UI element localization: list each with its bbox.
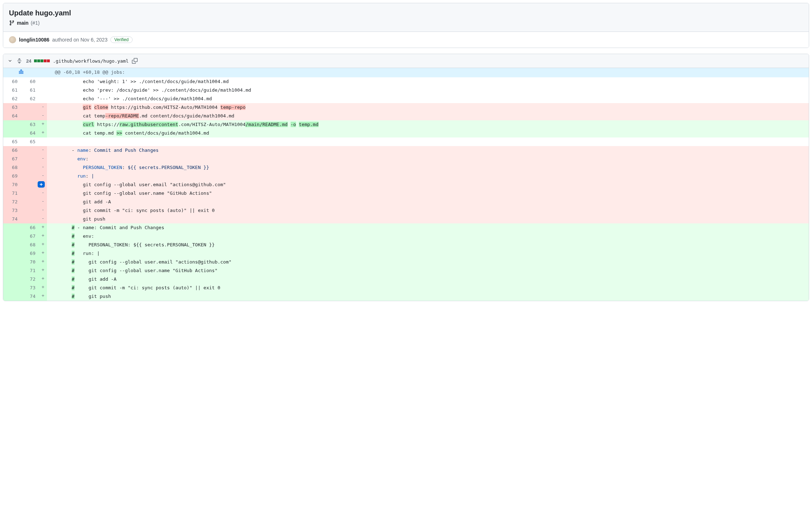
code-content[interactable]: cat temp-repo/README.md content/docs/gui… [47, 112, 809, 120]
line-number-right[interactable]: 60 [21, 77, 39, 86]
code-content[interactable] [47, 137, 809, 146]
line-number-left[interactable]: 65 [3, 137, 21, 146]
diff-marker: - [39, 172, 47, 180]
diff-marker: + [39, 292, 47, 301]
line-number-right[interactable] [21, 163, 39, 172]
git-branch-icon [9, 20, 15, 26]
avatar[interactable] [9, 36, 16, 43]
line-number-left[interactable]: 63 [3, 103, 21, 112]
diff-marker: + [39, 284, 47, 292]
expand-all-icon[interactable] [15, 57, 23, 65]
line-number-right[interactable]: 64 [21, 129, 39, 137]
line-number-right[interactable] [21, 198, 39, 206]
line-number-right[interactable]: 68 [21, 241, 39, 249]
line-number-right[interactable]: 70 [21, 258, 39, 266]
line-number-left[interactable] [3, 120, 21, 129]
code-content[interactable]: # PERSONAL_TOKEN: ${{ secrets.PERSONAL_T… [47, 241, 809, 249]
line-number-left[interactable]: 68 [3, 163, 21, 172]
diff-stat-squares [34, 59, 50, 62]
line-number-left[interactable] [3, 266, 21, 275]
code-content[interactable]: # git commit -m "ci: sync posts (auto)" … [47, 284, 809, 292]
code-content[interactable]: run: | [47, 172, 809, 180]
diff-marker: - [39, 198, 47, 206]
line-number-left[interactable]: 73 [3, 206, 21, 215]
code-content[interactable]: # run: | [47, 249, 809, 258]
code-content[interactable]: env: [47, 155, 809, 163]
line-number-right[interactable]: 66 [21, 223, 39, 232]
line-number-right[interactable] [21, 180, 39, 189]
diff-line: 6060 echo 'weight: 1' >> ./content/docs/… [3, 77, 809, 86]
code-content[interactable]: echo 'prev: /docs/guide' >> ./content/do… [47, 86, 809, 95]
code-content[interactable]: git config --global user.name "GitHub Ac… [47, 189, 809, 198]
line-number-left[interactable] [3, 241, 21, 249]
code-content[interactable]: cat temp.md >> content/docs/guide/math10… [47, 129, 809, 137]
line-number-left[interactable]: 64 [3, 112, 21, 120]
line-number-left[interactable] [3, 284, 21, 292]
expand-up-button[interactable] [3, 68, 39, 77]
line-number-left[interactable]: 69 [3, 172, 21, 180]
code-content[interactable]: git clone https://github.com/HITSZ-Auto/… [47, 103, 809, 112]
code-content[interactable]: # git add -A [47, 275, 809, 284]
line-number-right[interactable]: 61 [21, 86, 39, 95]
line-number-left[interactable] [3, 223, 21, 232]
line-number-left[interactable]: 61 [3, 86, 21, 95]
code-content[interactable]: # git config --global user.name "GitHub … [47, 266, 809, 275]
code-content[interactable]: curl https://raw.githubusercontent.com/H… [47, 120, 809, 129]
code-content[interactable]: - name: Commit and Push Changes [47, 146, 809, 155]
diff-marker: - [39, 112, 47, 120]
code-content[interactable]: echo '---' >> ./content/docs/guide/math1… [47, 95, 809, 103]
code-content[interactable]: git add -A [47, 198, 809, 206]
line-number-left[interactable]: 62 [3, 95, 21, 103]
diff-line: 73+ # git commit -m "ci: sync posts (aut… [3, 284, 809, 292]
line-number-left[interactable] [3, 232, 21, 241]
line-number-right[interactable]: 62 [21, 95, 39, 103]
line-number-right[interactable] [21, 112, 39, 120]
code-content[interactable]: git push [47, 215, 809, 223]
chevron-down-icon[interactable] [8, 58, 13, 63]
line-number-right[interactable] [21, 215, 39, 223]
line-number-left[interactable]: 70 [3, 180, 21, 189]
line-number-right[interactable]: 63 [21, 120, 39, 129]
branch-name[interactable]: main [17, 20, 29, 26]
verified-badge[interactable]: Verified [110, 37, 133, 43]
add-comment-button[interactable]: + [38, 181, 45, 188]
line-number-left[interactable]: 72 [3, 198, 21, 206]
line-number-right[interactable]: 73 [21, 284, 39, 292]
line-number-left[interactable]: 66 [3, 146, 21, 155]
line-number-left[interactable]: 71 [3, 189, 21, 198]
copy-icon[interactable] [132, 58, 138, 64]
code-content[interactable]: PERSONAL_TOKEN: ${{ secrets.PERSONAL_TOK… [47, 163, 809, 172]
code-content[interactable]: # git push [47, 292, 809, 301]
line-number-left[interactable] [3, 258, 21, 266]
line-number-right[interactable] [21, 103, 39, 112]
line-number-right[interactable]: 67 [21, 232, 39, 241]
line-number-right[interactable] [21, 206, 39, 215]
pr-number[interactable]: (#1) [31, 20, 40, 26]
line-number-right[interactable]: 69 [21, 249, 39, 258]
line-number-right[interactable] [21, 172, 39, 180]
line-number-left[interactable] [3, 275, 21, 284]
line-number-left[interactable] [3, 129, 21, 137]
code-content[interactable]: # git config --global user.email "action… [47, 258, 809, 266]
line-number-right[interactable] [21, 155, 39, 163]
line-number-left[interactable]: 67 [3, 155, 21, 163]
line-number-right[interactable]: 72 [21, 275, 39, 284]
file-path[interactable]: .github/workflows/hugo.yaml [53, 58, 128, 64]
diff-line: 6262 echo '---' >> ./content/docs/guide/… [3, 95, 809, 103]
line-number-right[interactable] [21, 146, 39, 155]
code-content[interactable]: # env: [47, 232, 809, 241]
line-number-right[interactable]: 65 [21, 137, 39, 146]
line-number-left[interactable]: 60 [3, 77, 21, 86]
line-number-right[interactable]: 71 [21, 266, 39, 275]
code-content[interactable]: echo 'weight: 1' >> ./content/docs/guide… [47, 77, 809, 86]
line-number-left[interactable]: 74 [3, 215, 21, 223]
unfold-up-icon [3, 69, 39, 74]
code-content[interactable]: git commit -m "ci: sync posts (auto)" ||… [47, 206, 809, 215]
code-content[interactable]: git config --global user.email "actions@… [47, 180, 809, 189]
line-number-left[interactable] [3, 292, 21, 301]
code-content[interactable]: # - name: Commit and Push Changes [47, 223, 809, 232]
line-number-right[interactable]: 74 [21, 292, 39, 301]
line-number-left[interactable] [3, 249, 21, 258]
author-username[interactable]: longlin10086 [19, 37, 49, 43]
line-number-right[interactable] [21, 189, 39, 198]
